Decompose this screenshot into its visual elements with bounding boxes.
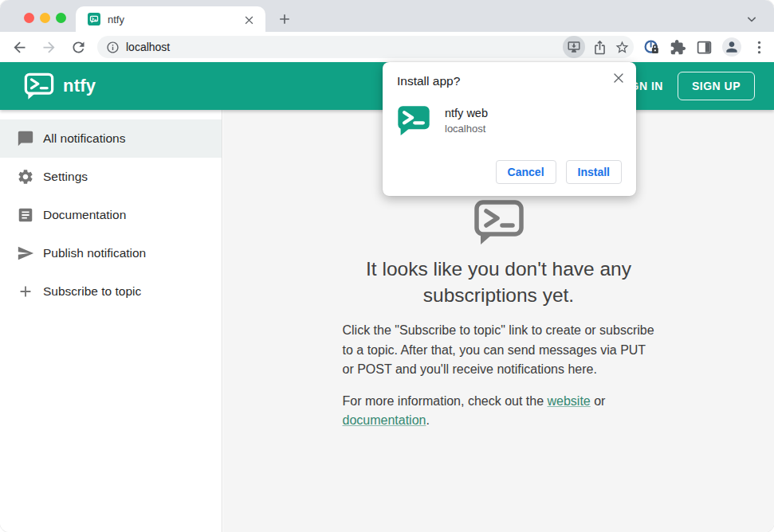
- sidebar-item-label: Publish notification: [43, 246, 146, 260]
- browser-window: ntfy localhost: [0, 0, 774, 532]
- zoom-window-button[interactable]: [56, 13, 66, 23]
- side-panel-icon[interactable]: [696, 39, 713, 56]
- cancel-button[interactable]: Cancel: [496, 160, 556, 184]
- dialog-title: Install app?: [397, 74, 622, 88]
- chevron-down-icon[interactable]: [744, 11, 760, 27]
- overflow-menu-icon[interactable]: [751, 39, 768, 56]
- website-link[interactable]: website: [548, 394, 591, 408]
- documentation-link[interactable]: documentation: [343, 413, 426, 427]
- sidebar-item-documentation[interactable]: Documentation: [0, 196, 222, 234]
- profile-avatar-icon[interactable]: [722, 37, 741, 57]
- ntfy-logo-icon: [24, 72, 54, 100]
- minimize-window-button[interactable]: [40, 13, 50, 23]
- ntfy-favicon-icon: [88, 13, 100, 25]
- sidebar-item-all-notifications[interactable]: All notifications: [0, 119, 222, 158]
- sidebar-item-label: Subscribe to topic: [43, 284, 141, 299]
- links-paragraph-suffix: .: [426, 413, 429, 427]
- password-manager-icon[interactable]: [643, 39, 660, 56]
- plus-icon: [17, 283, 34, 300]
- gear-icon: [17, 168, 34, 186]
- sidebar-item-settings[interactable]: Settings: [0, 158, 222, 196]
- brand-name: ntfy: [63, 76, 96, 96]
- site-info-icon[interactable]: [106, 41, 120, 54]
- ntfy-logo-icon: [473, 199, 525, 245]
- sidebar: All notifications Settings Documentation…: [0, 110, 222, 532]
- sidebar-item-label: Documentation: [43, 208, 126, 222]
- dialog-app-name: ntfy web: [445, 107, 488, 119]
- send-icon: [17, 244, 34, 262]
- dialog-app-origin: localhost: [445, 123, 488, 135]
- forward-icon[interactable]: [41, 39, 57, 56]
- install-app-dialog: Install app? ntfy web localhost Cancel I…: [383, 62, 636, 196]
- back-icon[interactable]: [11, 39, 28, 56]
- bookmark-star-icon[interactable]: [615, 40, 630, 55]
- empty-state: It looks like you don't have any subscri…: [223, 199, 774, 431]
- empty-state-text: Click the "Subscribe to topic" link to c…: [343, 321, 655, 431]
- sidebar-item-label: Settings: [43, 170, 88, 184]
- dialog-app-info: ntfy web localhost: [397, 105, 622, 136]
- sidebar-item-label: All notifications: [43, 131, 125, 146]
- close-window-button[interactable]: [24, 13, 34, 23]
- share-icon[interactable]: [592, 40, 607, 55]
- install-app-icon[interactable]: [563, 36, 585, 58]
- window-controls: [24, 13, 66, 23]
- sidebar-item-subscribe-to-topic[interactable]: Subscribe to topic: [0, 272, 222, 311]
- empty-state-links-paragraph: For more information, check out the webs…: [343, 392, 655, 431]
- new-tab-button[interactable]: [275, 10, 294, 29]
- sign-up-button[interactable]: SIGN UP: [678, 72, 755, 100]
- extensions-puzzle-icon[interactable]: [670, 39, 686, 56]
- browser-toolbar: localhost: [0, 32, 774, 62]
- empty-state-heading: It looks like you don't have any subscri…: [312, 256, 686, 308]
- browser-tab-ntfy[interactable]: ntfy: [76, 6, 265, 32]
- chat-bubble-icon: [17, 130, 34, 147]
- address-bar[interactable]: localhost: [97, 36, 634, 58]
- install-button[interactable]: Install: [566, 160, 622, 184]
- close-icon[interactable]: [611, 70, 627, 86]
- article-icon: [17, 206, 34, 224]
- empty-state-paragraph: Click the "Subscribe to topic" link to c…: [343, 321, 655, 380]
- links-paragraph-mid: or: [591, 394, 606, 408]
- tab-title: ntfy: [108, 14, 242, 25]
- reload-icon[interactable]: [70, 39, 87, 56]
- sidebar-item-publish-notification[interactable]: Publish notification: [0, 234, 222, 272]
- ntfy-app-icon: [397, 105, 430, 136]
- tab-strip: ntfy: [0, 0, 774, 32]
- links-paragraph-prefix: For more information, check out the: [343, 394, 548, 408]
- tab-close-icon[interactable]: [242, 12, 256, 26]
- url-text: localhost: [126, 41, 563, 53]
